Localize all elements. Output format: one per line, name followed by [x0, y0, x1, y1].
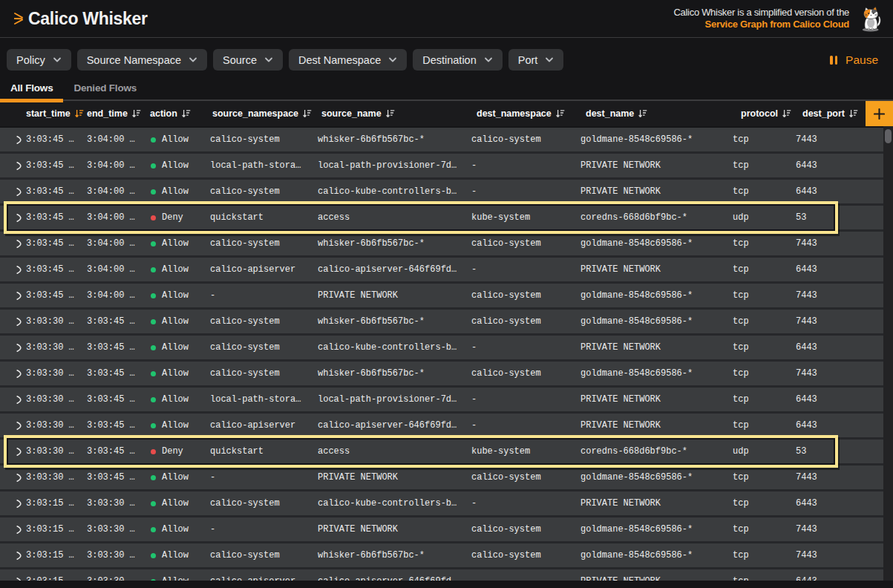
expand-row-icon[interactable]	[16, 214, 22, 222]
table-row[interactable]: 3:03:45 … 3:04:00 … Allow calico-system …	[0, 128, 883, 154]
cell-start-time: 3:03:45 …	[26, 160, 87, 171]
table-row[interactable]: 3:03:45 … 3:04:00 … Deny quickstart acce…	[0, 206, 883, 232]
column-header-label: protocol	[741, 108, 778, 119]
expand-row-icon[interactable]	[16, 552, 22, 560]
cell-source-name: local-path-provisioner-7d…	[318, 160, 471, 171]
filter-dropdown-dest-namespace[interactable]: Dest Namespace	[289, 49, 407, 71]
expand-row-icon[interactable]	[16, 448, 22, 456]
cell-dest-name: coredns-668d6bf9bc-*	[580, 446, 733, 457]
table-row[interactable]: 3:03:30 … 3:03:45 … Allow - PRIVATE NETW…	[0, 466, 883, 491]
cell-start-time: 3:03:45 …	[26, 238, 87, 249]
action-label: Allow	[162, 524, 189, 535]
table-row[interactable]: 3:03:30 … 3:03:45 … Allow calico-system …	[0, 336, 883, 362]
filter-label: Destination	[422, 54, 477, 66]
pause-button[interactable]: Pause	[830, 53, 878, 67]
table-row[interactable]: 3:03:45 … 3:04:00 … Allow calico-system …	[0, 232, 883, 258]
cell-source-namespace: -	[210, 524, 318, 535]
cell-dest-namespace: -	[471, 186, 580, 197]
filter-dropdown-port[interactable]: Port	[508, 49, 564, 71]
table-row[interactable]: 3:03:15 … 3:03:30 … Allow calico-system …	[0, 491, 883, 517]
chevron-down-icon	[545, 57, 554, 62]
sort-icon[interactable]	[132, 109, 141, 118]
expand-row-icon[interactable]	[16, 396, 22, 404]
tab-all-flows[interactable]: All Flows	[0, 76, 63, 99]
pause-label: Pause	[845, 53, 878, 67]
table-row[interactable]: 3:03:15 … 3:03:30 … Allow calico-apiserv…	[0, 569, 883, 581]
table-row[interactable]: 3:03:30 … 3:03:45 … Deny quickstart acce…	[0, 440, 883, 466]
add-column-button[interactable]	[866, 101, 893, 126]
table-row[interactable]: 3:03:15 … 3:03:30 … Allow calico-system …	[0, 543, 883, 569]
expand-row-icon[interactable]	[16, 578, 22, 581]
cell-protocol: tcp	[733, 342, 796, 353]
sort-icon[interactable]	[782, 109, 791, 118]
sort-icon[interactable]	[182, 109, 191, 118]
filter-dropdown-source-namespace[interactable]: Source Namespace	[77, 49, 207, 71]
sort-icon[interactable]	[849, 109, 858, 118]
cell-protocol: tcp	[733, 264, 796, 275]
cell-dest-name: goldmane-8548c69586-*	[580, 316, 733, 327]
column-header-label: dest_name	[586, 108, 634, 119]
column-header-end_time[interactable]: end_time	[87, 108, 150, 119]
scrollbar-thumb[interactable]	[885, 129, 892, 143]
table-row[interactable]: 3:03:30 … 3:03:45 … Allow calico-apiserv…	[0, 414, 883, 440]
filter-dropdown-policy[interactable]: Policy	[7, 49, 71, 71]
cell-source-namespace: quickstart	[210, 446, 318, 457]
action-status-dot	[151, 423, 156, 428]
expand-row-icon[interactable]	[16, 474, 22, 482]
table-row[interactable]: 3:03:45 … 3:04:00 … Allow local-path-sto…	[0, 154, 883, 180]
cell-dest-port: 6443	[796, 576, 883, 581]
column-header-source_name[interactable]: source_name	[318, 108, 471, 119]
action-status-dot	[151, 501, 156, 506]
expand-row-icon[interactable]	[16, 266, 22, 274]
cell-end-time: 3:04:00 …	[87, 290, 150, 301]
column-header-start_time[interactable]: start_time	[26, 108, 87, 119]
cell-end-time: 3:04:00 …	[87, 160, 150, 171]
column-header-protocol[interactable]: protocol	[733, 108, 796, 119]
column-header-source_namespace[interactable]: source_namespace	[210, 108, 318, 119]
sort-icon[interactable]	[386, 109, 395, 118]
expand-row-icon[interactable]	[16, 136, 22, 144]
cell-dest-port: 6443	[796, 186, 883, 197]
cell-end-time: 3:03:30 …	[87, 550, 150, 561]
column-header-action[interactable]: action	[150, 108, 210, 119]
expand-row-icon[interactable]	[16, 240, 22, 248]
expand-row-icon[interactable]	[16, 292, 22, 300]
action-label: Allow	[162, 394, 189, 405]
expand-row-icon[interactable]	[16, 422, 22, 430]
table-row[interactable]: 3:03:15 … 3:03:30 … Allow - PRIVATE NETW…	[0, 517, 883, 543]
cell-dest-name: PRIVATE NETWORK	[580, 498, 733, 509]
tab-denied-flows[interactable]: Denied Flows	[63, 76, 147, 99]
table-row[interactable]: 3:03:30 … 3:03:45 … Allow calico-system …	[0, 362, 883, 388]
sort-icon[interactable]	[638, 109, 647, 118]
expand-row-icon[interactable]	[16, 318, 22, 326]
sort-icon[interactable]	[556, 109, 565, 118]
sort-icon[interactable]	[75, 109, 84, 118]
filter-dropdown-destination[interactable]: Destination	[413, 49, 503, 71]
table-row[interactable]: 3:03:45 … 3:04:00 … Allow calico-system …	[0, 180, 883, 206]
sort-icon[interactable]	[303, 109, 312, 118]
cell-dest-name: goldmane-8548c69586-*	[580, 550, 733, 561]
column-header-dest_namespace[interactable]: dest_namespace	[471, 108, 580, 119]
table-row[interactable]: 3:03:45 … 3:04:00 … Allow calico-apiserv…	[0, 258, 883, 284]
table-row[interactable]: 3:03:45 … 3:04:00 … Allow - PRIVATE NETW…	[0, 284, 883, 310]
expand-row-icon[interactable]	[16, 162, 22, 170]
expand-row-icon[interactable]	[16, 526, 22, 534]
cell-dest-port: 6443	[796, 420, 883, 431]
filter-bar: Policy Source Namespace Source Dest Name…	[0, 38, 893, 72]
expand-row-icon[interactable]	[16, 370, 22, 378]
cell-protocol: tcp	[733, 498, 796, 509]
expand-row-icon[interactable]	[16, 188, 22, 196]
action-label: Allow	[162, 342, 189, 353]
chevron-down-icon	[53, 57, 62, 62]
brand: Calico Whisker	[14, 9, 148, 29]
cell-source-namespace: calico-system	[210, 368, 318, 379]
column-header-dest_name[interactable]: dest_name	[580, 108, 733, 119]
expand-row-icon[interactable]	[16, 500, 22, 508]
table-row[interactable]: 3:03:30 … 3:03:45 … Allow local-path-sto…	[0, 388, 883, 414]
service-graph-link[interactable]: Service Graph from Calico Cloud	[674, 19, 849, 30]
cell-source-name: PRIVATE NETWORK	[318, 472, 471, 483]
table-row[interactable]: 3:03:30 … 3:03:45 … Allow calico-system …	[0, 310, 883, 336]
filter-dropdown-source[interactable]: Source	[213, 49, 283, 71]
vertical-scrollbar[interactable]	[883, 126, 893, 581]
expand-row-icon[interactable]	[16, 344, 22, 352]
